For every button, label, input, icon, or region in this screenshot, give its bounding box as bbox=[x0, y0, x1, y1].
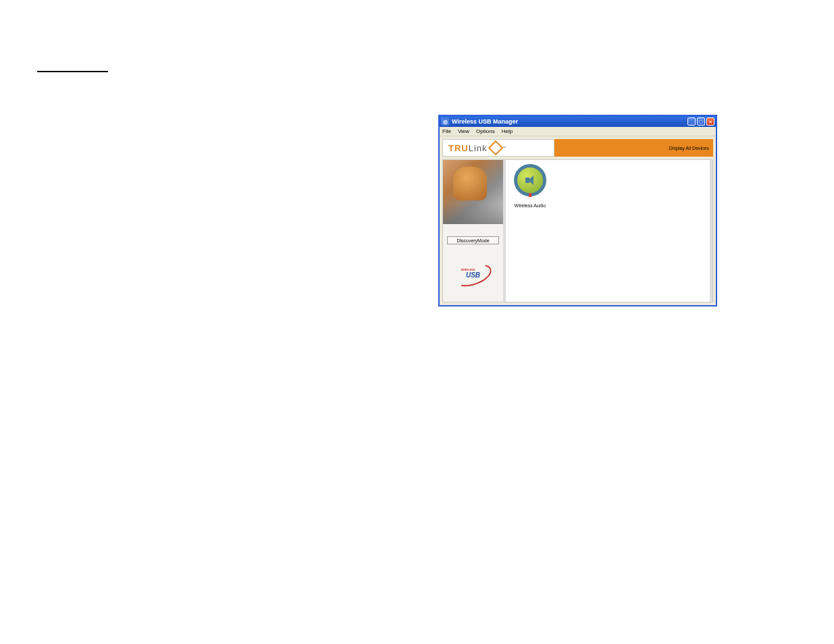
device-item[interactable]: Wireless Audio bbox=[510, 164, 550, 208]
brand-logo-area: TRULink ™ bbox=[442, 139, 554, 157]
window-controls: _ □ × bbox=[687, 117, 714, 126]
menu-help[interactable]: Help bbox=[502, 128, 513, 134]
speaker-icon bbox=[514, 164, 546, 196]
preview-overlay bbox=[443, 204, 503, 224]
device-list-panel: Wireless Audio bbox=[504, 160, 712, 302]
maximize-button[interactable]: □ bbox=[697, 117, 705, 126]
brand-tru: TRU bbox=[448, 143, 469, 153]
menu-view[interactable]: View bbox=[458, 128, 469, 134]
main-panel: DiscoveryMode WIRELESS USB bbox=[442, 159, 713, 302]
brand-bar: TRULink ™ Display All Devices bbox=[442, 139, 713, 157]
discovery-mode-button[interactable]: DiscoveryMode bbox=[447, 236, 499, 244]
preview-person-shape bbox=[453, 167, 487, 200]
left-panel: DiscoveryMode WIRELESS USB bbox=[443, 160, 504, 302]
preview-image bbox=[443, 160, 503, 224]
app-icon: ◎ bbox=[441, 117, 449, 126]
usb-logo-section: WIRELESS USB bbox=[443, 248, 503, 302]
status-indicator bbox=[529, 193, 531, 197]
brand-diamond-icon bbox=[488, 140, 503, 156]
usb-logo: WIRELESS USB bbox=[453, 265, 494, 286]
window-title: Wireless USB Manager bbox=[452, 118, 687, 125]
menubar: File View Options Help bbox=[440, 127, 716, 136]
brand-link: Link bbox=[469, 143, 488, 153]
app-window: ◎ Wireless USB Manager _ □ × File View O… bbox=[438, 115, 717, 306]
display-filter[interactable]: Display All Devices bbox=[554, 139, 713, 157]
close-button[interactable]: × bbox=[706, 117, 714, 126]
discovery-section: DiscoveryMode bbox=[443, 224, 503, 248]
brand-logo-text: TRULink bbox=[448, 143, 488, 153]
minimize-button[interactable]: _ bbox=[687, 117, 696, 126]
content-area: TRULink ™ Display All Devices DiscoveryM… bbox=[440, 136, 716, 305]
menu-file[interactable]: File bbox=[442, 128, 451, 134]
usb-wireless-text: WIRELESS bbox=[461, 268, 475, 271]
decoration-line bbox=[37, 71, 108, 72]
display-filter-label: Display All Devices bbox=[669, 146, 709, 151]
device-label: Wireless Audio bbox=[515, 203, 546, 208]
menu-options[interactable]: Options bbox=[476, 128, 495, 134]
titlebar[interactable]: ◎ Wireless USB Manager _ □ × bbox=[440, 116, 716, 127]
usb-text: USB bbox=[466, 271, 480, 279]
